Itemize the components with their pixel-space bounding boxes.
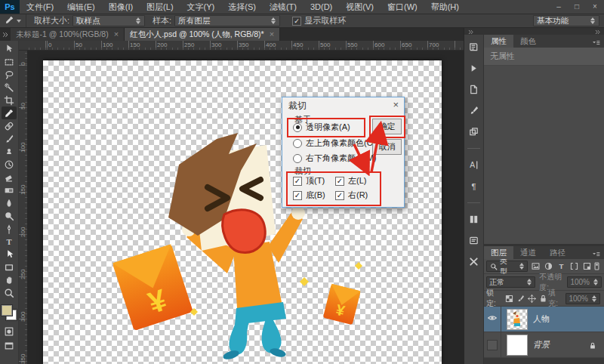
panel-strip-icon[interactable] [467, 125, 480, 138]
layer-row-background[interactable]: 背景 [484, 332, 604, 358]
tab-channels[interactable]: 通道 [513, 246, 543, 259]
filter-group-icon[interactable] [569, 261, 579, 272]
sample-size-select[interactable]: 取样点 [72, 15, 145, 26]
minimize-button[interactable]: – [550, 0, 568, 14]
filter-smart-icon[interactable] [582, 261, 592, 272]
tool-button[interactable] [2, 68, 17, 81]
checkbox-top[interactable]: ✓ 顶(T) [293, 175, 325, 187]
menu-item[interactable]: 3D(D) [304, 0, 339, 14]
sample-select[interactable]: 所有图层 [174, 15, 280, 26]
layer-row-character[interactable]: 人物 [484, 307, 604, 332]
close-icon[interactable]: × [114, 28, 119, 41]
tool-button[interactable] [2, 55, 17, 68]
tool-button[interactable] [2, 273, 17, 286]
tool-button[interactable] [2, 248, 17, 261]
tab-layers[interactable]: 图层 [484, 246, 513, 259]
tool-button[interactable] [2, 145, 17, 158]
radio-transparent-pixels[interactable]: 透明像素(A) [293, 122, 350, 133]
panel-strip-icon[interactable] [467, 83, 480, 96]
fill-select[interactable]: 100% [565, 293, 600, 304]
tool-button[interactable] [2, 196, 17, 209]
tool-button[interactable] [2, 42, 17, 55]
close-button[interactable]: × [586, 0, 604, 14]
lock-move-icon[interactable] [526, 293, 537, 304]
screen-mode-button[interactable] [2, 339, 17, 352]
maximize-button[interactable]: □ [568, 0, 586, 14]
panel-menu-icon[interactable] [591, 248, 602, 257]
panel-strip-icon[interactable] [467, 148, 480, 149]
filter-toggle-icon[interactable] [592, 261, 602, 272]
menu-item[interactable]: 文字(Y) [180, 0, 222, 14]
panel-strip-icon[interactable] [467, 202, 480, 203]
tool-button[interactable] [2, 184, 17, 196]
panel-strip-icon[interactable] [467, 234, 480, 247]
filter-type-icon[interactable]: T [556, 261, 566, 272]
tool-button[interactable] [2, 94, 17, 106]
spinner-icon [593, 279, 599, 285]
tool-button[interactable] [2, 158, 17, 171]
lock-all-icon[interactable] [538, 293, 548, 304]
menu-item[interactable]: 选择(S) [221, 0, 263, 14]
foreground-color-swatch[interactable] [2, 305, 12, 316]
tool-button[interactable] [2, 171, 17, 184]
tab-untitled[interactable]: 未标题-1 @ 100%(RGB/8) × [11, 28, 125, 41]
cancel-button[interactable]: 取消 [372, 139, 402, 155]
close-icon[interactable]: × [270, 28, 274, 41]
panel-strip-icon[interactable]: ¶ [467, 180, 480, 193]
tab-hongbao-active[interactable]: 红包小人.psd @ 100% (人物, RGB/8)* × [125, 28, 280, 41]
filter-image-icon[interactable] [531, 261, 541, 272]
dialog-close-icon[interactable]: × [393, 99, 399, 110]
panel-strip-icon[interactable] [467, 255, 480, 268]
menu-item[interactable]: 滤镜(T) [263, 0, 304, 14]
quick-mask-button[interactable] [2, 325, 17, 338]
lock-paint-icon[interactable] [515, 293, 525, 304]
panel-menu-icon[interactable] [591, 37, 602, 45]
panel-strip-icon[interactable] [467, 41, 480, 54]
tool-button[interactable] [2, 119, 17, 132]
visibility-toggle[interactable] [484, 332, 501, 357]
checkbox-left[interactable]: ✓ 左(L) [335, 175, 366, 187]
menu-item[interactable]: 编辑(E) [60, 0, 102, 14]
opacity-select[interactable]: 100% [567, 276, 602, 288]
menu-item[interactable]: 视图(V) [339, 0, 381, 14]
layer-thumbnail[interactable] [507, 309, 528, 330]
menu-item[interactable]: 图像(I) [102, 0, 140, 14]
layer-thumbnail[interactable] [507, 335, 528, 356]
visibility-toggle[interactable] [484, 307, 501, 332]
ok-button[interactable]: 确定 [372, 119, 402, 134]
tool-button[interactable] [2, 106, 17, 119]
menu-item[interactable]: 窗口(W) [381, 0, 424, 14]
radio-top-left-color[interactable]: 左上角像素颜色(O) [293, 137, 376, 149]
tab-properties[interactable]: 属性 [484, 35, 513, 48]
filter-adjustment-icon[interactable] [544, 261, 553, 272]
lock-transparency-icon[interactable] [504, 293, 514, 304]
radio-bottom-right-color[interactable]: 右下角像素颜色(M) [293, 153, 377, 164]
menu-item[interactable]: 文件(F) [20, 0, 60, 14]
horizontal-ruler[interactable]: 0501001502002503003504004505005506006507… [27, 41, 464, 51]
tool-button[interactable] [2, 132, 17, 145]
panel-strip-icon[interactable]: A [467, 159, 480, 171]
menu-bar: Ps 文件(F)编辑(E)图像(I)图层(L)文字(Y)选择(S)滤镜(T)3D… [0, 0, 604, 14]
panel-strip-icon[interactable] [467, 62, 480, 75]
panel-strip-icon[interactable] [467, 213, 480, 226]
checkbox-right[interactable]: ✓ 右(R) [335, 190, 368, 201]
toolbar-collapse-icon[interactable] [0, 28, 11, 41]
panel-strip-icon[interactable] [467, 104, 480, 117]
blend-mode-select[interactable]: 正常 [486, 276, 535, 288]
tool-button[interactable] [2, 261, 17, 273]
tool-button[interactable]: T [2, 235, 17, 248]
tab-color[interactable]: 颜色 [513, 35, 543, 48]
workspace-switcher[interactable]: 基本功能 [533, 15, 599, 26]
layer-filter-select[interactable]: 类型 [486, 261, 528, 272]
sample-size-value: 取样点 [76, 16, 100, 26]
tool-button[interactable] [2, 222, 17, 235]
tool-button[interactable] [2, 209, 17, 222]
tool-preset-picker[interactable] [0, 14, 26, 27]
menu-item[interactable]: 帮助(H) [424, 0, 466, 14]
show-ring-checkbox[interactable]: ✓ [292, 17, 301, 26]
tool-button[interactable] [2, 286, 17, 299]
tab-paths[interactable]: 路径 [543, 246, 572, 259]
tool-button[interactable] [2, 81, 17, 94]
menu-item[interactable]: 图层(L) [140, 0, 180, 14]
checkbox-bottom[interactable]: ✓ 底(B) [293, 190, 325, 201]
